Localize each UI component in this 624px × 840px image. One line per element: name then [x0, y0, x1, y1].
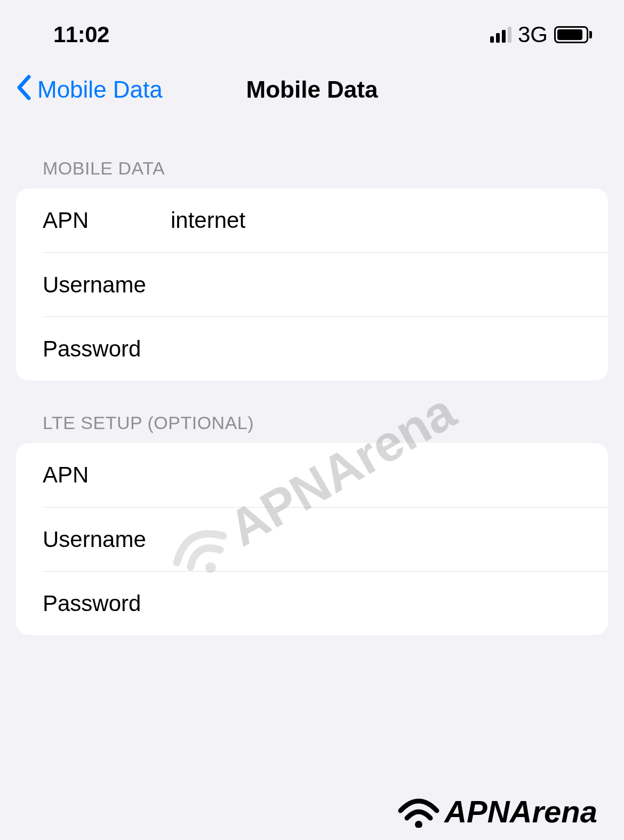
- row-label: Username: [43, 272, 171, 298]
- battery-icon: [554, 26, 592, 43]
- username-input[interactable]: [171, 527, 581, 552]
- page-title: Mobile Data: [246, 76, 378, 103]
- row-label: APN: [43, 462, 171, 488]
- status-bar: 11:02 3G: [0, 0, 624, 59]
- row-label: Username: [43, 527, 171, 552]
- back-button[interactable]: Mobile Data: [16, 75, 163, 105]
- password-input[interactable]: [171, 336, 581, 362]
- nav-bar: Mobile Data Mobile Data: [0, 59, 624, 126]
- row-username[interactable]: Username: [43, 252, 608, 316]
- row-apn[interactable]: APN: [16, 188, 608, 252]
- section-group: APN Username Password: [16, 188, 608, 381]
- password-input[interactable]: [171, 591, 581, 616]
- brand-logo: APNArena: [397, 794, 597, 829]
- row-label: Password: [43, 591, 171, 616]
- row-apn[interactable]: APN: [16, 443, 608, 507]
- section-header: LTE SETUP (OPTIONAL): [0, 413, 624, 443]
- row-label: APN: [43, 208, 171, 233]
- row-password[interactable]: Password: [43, 571, 608, 635]
- section-header: MOBILE DATA: [0, 158, 624, 188]
- apn-input[interactable]: [171, 208, 581, 233]
- section-mobile-data: MOBILE DATA APN Username Password: [0, 158, 624, 381]
- brand-text: APNArena: [444, 794, 597, 829]
- back-label: Mobile Data: [37, 76, 163, 103]
- network-type: 3G: [518, 22, 548, 47]
- row-label: Password: [43, 336, 171, 362]
- wifi-icon: [397, 796, 440, 828]
- chevron-back-icon: [16, 75, 32, 105]
- status-right: 3G: [490, 22, 592, 47]
- section-lte-setup: LTE SETUP (OPTIONAL) APN Username Passwo…: [0, 413, 624, 635]
- section-group: APN Username Password: [16, 443, 608, 635]
- status-time: 11:02: [53, 22, 109, 47]
- svg-point-1: [415, 821, 422, 828]
- row-password[interactable]: Password: [43, 316, 608, 381]
- username-input[interactable]: [171, 272, 581, 298]
- apn-input[interactable]: [171, 462, 581, 488]
- row-username[interactable]: Username: [43, 507, 608, 571]
- signal-icon: [490, 27, 511, 43]
